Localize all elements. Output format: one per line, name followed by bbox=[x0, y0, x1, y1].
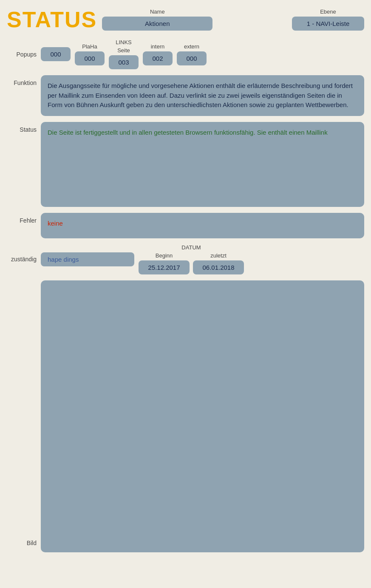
fehler-row: Fehler keine bbox=[7, 213, 364, 238]
beginn-pill[interactable]: 25.12.2017 bbox=[139, 260, 190, 274]
seite-pill[interactable]: 003 bbox=[109, 55, 139, 69]
name-label: Name bbox=[150, 8, 165, 15]
fehler-content: keine bbox=[41, 213, 364, 238]
ebene-group: Ebene 1 - NAVI-Leiste bbox=[292, 8, 364, 31]
navi-pill[interactable]: 1 - NAVI-Leiste bbox=[292, 17, 364, 31]
intern-pill[interactable]: 002 bbox=[143, 51, 173, 65]
plaha-group: PlaHa 000 bbox=[75, 43, 105, 65]
links-label: LINKS bbox=[116, 39, 132, 45]
seite-group: Seite 003 bbox=[109, 47, 139, 69]
app-title: STATUS bbox=[7, 7, 97, 32]
zustandig-person[interactable]: hape dings bbox=[41, 252, 134, 266]
name-group: Name Aktionen bbox=[102, 8, 212, 31]
beginn-group: Beginn 25.12.2017 bbox=[139, 252, 190, 274]
intern-group: intern 002 bbox=[143, 43, 173, 65]
links-section: LINKS Seite 003 bbox=[109, 39, 139, 69]
popups-value-pill[interactable]: 000 bbox=[41, 47, 71, 61]
fehler-label: Fehler bbox=[7, 213, 37, 224]
bild-row: Bild bbox=[7, 280, 364, 552]
extern-label: extern bbox=[184, 43, 199, 50]
funktion-row: Funktion Die Ausgangsseite für mögliche … bbox=[7, 75, 364, 116]
zustandig-label: zuständig bbox=[7, 256, 37, 263]
aktionen-pill[interactable]: Aktionen bbox=[102, 17, 212, 31]
funktion-label: Funktion bbox=[7, 75, 37, 86]
bild-label: Bild bbox=[7, 280, 37, 546]
extern-pill[interactable]: 000 bbox=[177, 51, 207, 65]
fehler-text: keine bbox=[48, 220, 63, 227]
beginn-label: Beginn bbox=[156, 252, 173, 259]
datum-label: DATUM bbox=[181, 244, 201, 251]
plaha-label: PlaHa bbox=[82, 43, 97, 50]
ebene-label: Ebene bbox=[320, 8, 336, 15]
zustandig-row: zuständig hape dings DATUM Beginn 25.12.… bbox=[7, 244, 364, 274]
popups-row: Popups 000 PlaHa 000 LINKS Seite 003 int… bbox=[7, 39, 364, 69]
extern-group: extern 000 bbox=[177, 43, 207, 65]
bild-content bbox=[41, 280, 364, 552]
seite-label: Seite bbox=[117, 47, 130, 54]
funktion-content: Die Ausgangsseite für mögliche und vorge… bbox=[41, 75, 364, 116]
status-content: Die Seite ist fertiggestellt und in alle… bbox=[41, 122, 364, 207]
zuletzt-group: zuletzt 06.01.2018 bbox=[193, 252, 244, 274]
status-label: Status bbox=[7, 122, 37, 133]
zuletzt-pill[interactable]: 06.01.2018 bbox=[193, 260, 244, 274]
popups-label: Popups bbox=[7, 51, 37, 58]
header: STATUS Name Aktionen Ebene 1 - NAVI-Leis… bbox=[7, 7, 364, 32]
status-row: Status Die Seite ist fertiggestellt und … bbox=[7, 122, 364, 207]
datum-group: DATUM Beginn 25.12.2017 zuletzt 06.01.20… bbox=[139, 244, 244, 274]
plaha-pill[interactable]: 000 bbox=[75, 51, 105, 65]
intern-label: intern bbox=[151, 43, 165, 50]
zuletzt-label: zuletzt bbox=[210, 252, 227, 259]
